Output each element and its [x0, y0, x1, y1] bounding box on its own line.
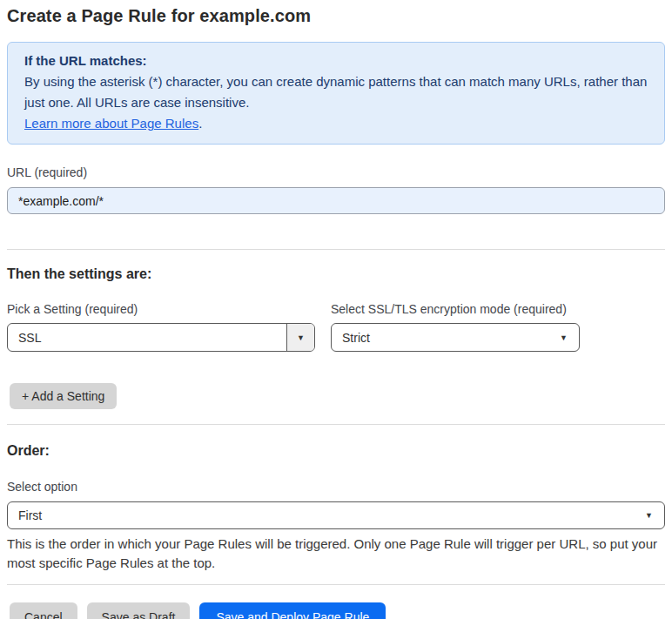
pick-setting-column: Pick a Setting (required) SSL ▼: [7, 282, 315, 352]
ssl-mode-column: Select SSL/TLS encryption mode (required…: [331, 282, 580, 352]
info-box-heading: If the URL matches:: [24, 50, 648, 71]
page-title: Create a Page Rule for example.com: [7, 6, 665, 26]
save-and-deploy-button[interactable]: Save and Deploy Page Rule: [199, 602, 386, 619]
order-help-text: This is the order in which your Page Rul…: [7, 535, 665, 573]
learn-more-link[interactable]: Learn more about Page Rules: [24, 116, 198, 131]
save-as-draft-button[interactable]: Save as Draft: [87, 602, 191, 619]
page-rule-form: Create a Page Rule for example.com If th…: [0, 0, 672, 619]
ssl-mode-label: Select SSL/TLS encryption mode (required…: [331, 302, 580, 316]
order-select-label: Select option: [7, 480, 665, 494]
settings-section-heading: Then the settings are:: [7, 266, 665, 282]
footer-buttons: Cancel Save as Draft Save and Deploy Pag…: [7, 602, 665, 619]
divider: [7, 249, 665, 250]
divider: [7, 424, 665, 425]
chevron-down-icon: ▼: [645, 511, 664, 520]
order-selected-value: First: [8, 508, 645, 522]
ssl-mode-selected-value: Strict: [332, 331, 560, 345]
url-match-info-box: If the URL matches: By using the asteris…: [7, 42, 665, 145]
info-box-body: By using the asterisk (*) character, you…: [24, 71, 648, 113]
order-select[interactable]: First ▼: [7, 501, 665, 529]
add-setting-button[interactable]: + Add a Setting: [10, 383, 117, 409]
divider: [7, 584, 665, 585]
settings-row: Pick a Setting (required) SSL ▼ Select S…: [7, 282, 665, 352]
info-box-link-line: Learn more about Page Rules.: [24, 113, 648, 134]
pick-setting-label: Pick a Setting (required): [7, 302, 315, 316]
pick-setting-selected-value: SSL: [8, 331, 286, 345]
url-input[interactable]: [7, 187, 665, 214]
cancel-button[interactable]: Cancel: [10, 602, 77, 619]
url-field-label: URL (required): [7, 165, 665, 179]
pick-setting-select[interactable]: SSL ▼: [7, 323, 315, 352]
order-section-heading: Order:: [7, 443, 665, 459]
chevron-down-icon: ▼: [560, 333, 579, 342]
link-period: .: [198, 116, 202, 131]
ssl-mode-select[interactable]: Strict ▼: [331, 323, 580, 352]
chevron-down-icon: ▼: [286, 324, 314, 351]
